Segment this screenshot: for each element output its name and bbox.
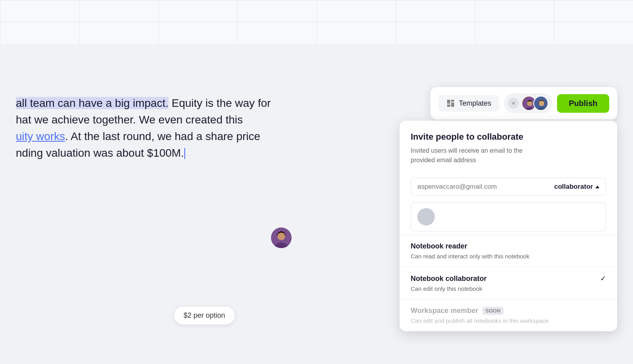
user-row — [411, 202, 606, 231]
email-input[interactable] — [417, 183, 550, 191]
close-icon: × — [512, 100, 515, 106]
avatar-group — [521, 96, 548, 111]
avatar-female-editor — [271, 228, 292, 248]
role-reader-header: Notebook reader — [411, 242, 606, 250]
role-workspace-header: Workspace member SOON — [411, 307, 606, 315]
text-line1-suffix: Equity is the way for — [169, 97, 271, 109]
role-item-collaborator[interactable]: Notebook collaborator ✓ Can edit only th… — [400, 267, 617, 300]
soon-badge: SOON — [482, 307, 504, 315]
svg-rect-5 — [451, 100, 454, 102]
role-collaborator-name: Notebook collaborator — [411, 275, 487, 283]
invite-subtitle: Invited users will receive an email to t… — [411, 146, 606, 165]
text-line3: uity works. At the last round, we had a … — [16, 128, 285, 145]
role-item-workspace: Workspace member SOON Can edit and publi… — [400, 300, 617, 331]
user-avatar-small — [417, 208, 435, 226]
templates-label: Templates — [459, 99, 491, 108]
invite-header: Invite people to collaborate Invited use… — [400, 121, 617, 171]
collaborators-area: × — [504, 93, 552, 113]
role-reader-desc: Can read and interact only with this not… — [411, 253, 606, 260]
text-line4: nding valuation was about $100M. — [16, 145, 285, 161]
role-workspace-name: Workspace member — [411, 307, 478, 315]
role-item-reader[interactable]: Notebook reader Can read and interact on… — [400, 235, 617, 267]
role-dropdown-arrow — [595, 186, 599, 188]
svg-rect-6 — [451, 102, 454, 107]
price-badge: $2 per option — [174, 307, 235, 324]
role-label: collaborator — [554, 183, 593, 191]
text-line4-content: nding valuation was about $100M. — [16, 147, 184, 159]
invite-title: Invite people to collaborate — [411, 132, 606, 142]
text-link[interactable]: uity works — [16, 130, 65, 142]
publish-label: Publish — [569, 99, 597, 108]
content-area: all team can have a big impact. Equity i… — [0, 44, 633, 364]
text-line2: hat we achieve together. We even created… — [16, 112, 285, 128]
role-workspace-desc: Can edit and publish all notebooks in th… — [411, 317, 606, 324]
price-label: $2 per option — [184, 311, 225, 319]
email-input-row[interactable]: collaborator — [411, 178, 606, 196]
highlighted-text: all team can have a big impact. — [16, 97, 169, 109]
svg-point-3 — [278, 233, 285, 240]
editor-text: all team can have a big impact. Equity i… — [0, 95, 293, 161]
role-selector[interactable]: collaborator — [554, 183, 599, 191]
publish-button[interactable]: Publish — [557, 94, 609, 113]
role-reader-name: Notebook reader — [411, 242, 467, 250]
role-collaborator-header: Notebook collaborator ✓ — [411, 274, 606, 283]
check-icon: ✓ — [600, 274, 606, 283]
svg-rect-4 — [447, 100, 450, 104]
svg-rect-7 — [447, 104, 450, 107]
close-collaborators-button[interactable]: × — [508, 98, 519, 109]
svg-point-9 — [527, 100, 533, 106]
toolbar-row: Templates × — [430, 87, 617, 119]
roles-list: Notebook reader Can read and interact on… — [400, 235, 617, 331]
avatar-2 — [533, 96, 548, 111]
templates-icon — [446, 99, 455, 108]
templates-button[interactable]: Templates — [438, 95, 499, 112]
toolbar-card: Templates × — [430, 87, 617, 119]
text-line3-suffix: . At the last round, we had a share pric… — [65, 130, 260, 142]
grid-background — [0, 0, 633, 44]
role-collaborator-desc: Can edit only this notebook — [411, 285, 606, 292]
invite-panel: Invite people to collaborate Invited use… — [400, 121, 617, 331]
text-cursor — [184, 148, 185, 159]
